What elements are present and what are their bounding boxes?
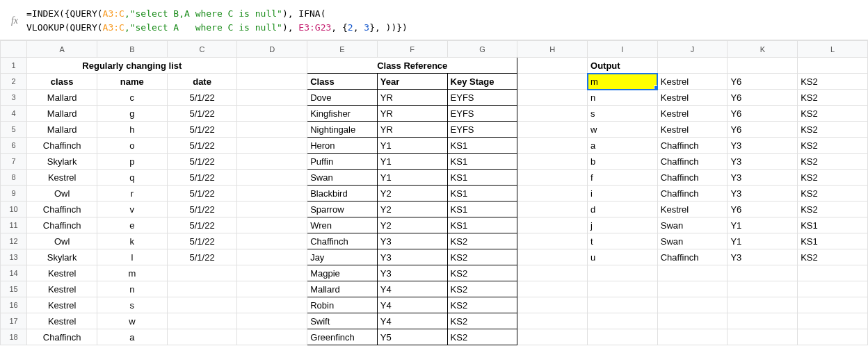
cell-L1[interactable] — [798, 58, 868, 74]
row-header[interactable]: 15 — [1, 281, 27, 297]
cell-L18[interactable] — [798, 329, 868, 345]
cell-H7[interactable] — [517, 154, 588, 170]
cell-L5[interactable]: KS2 — [798, 122, 868, 138]
cell-G16[interactable]: KS2 — [447, 297, 517, 313]
cell-A2[interactable]: class — [27, 74, 97, 90]
cell-D14[interactable] — [237, 265, 307, 281]
cell-C5[interactable]: 5/1/22 — [167, 122, 237, 138]
cell-C18[interactable] — [167, 329, 237, 345]
cell-K17[interactable] — [728, 313, 798, 329]
cell-K3[interactable]: Y6 — [728, 90, 798, 106]
cell-H8[interactable] — [517, 170, 588, 186]
cell-J6[interactable]: Chaffinch — [657, 138, 728, 154]
cell-I18[interactable] — [588, 329, 658, 345]
row-header[interactable]: 1 — [1, 58, 27, 74]
cell-G6[interactable]: KS1 — [447, 138, 517, 154]
cell-E1[interactable]: Class Reference — [307, 58, 517, 74]
row-header[interactable]: 18 — [1, 329, 27, 345]
cell-G2[interactable]: Key Stage — [447, 74, 517, 90]
cell-H16[interactable] — [517, 297, 588, 313]
col-header[interactable]: F — [377, 41, 447, 58]
cell-D18[interactable] — [237, 329, 307, 345]
cell-K1[interactable] — [728, 58, 798, 74]
cell-G9[interactable]: KS1 — [447, 186, 517, 201]
row-header[interactable]: 3 — [1, 90, 27, 106]
cell-L15[interactable] — [798, 281, 868, 297]
cell-B12[interactable]: k — [97, 233, 167, 249]
row-header[interactable]: 16 — [1, 297, 27, 313]
cell-D17[interactable] — [237, 313, 307, 329]
col-header[interactable]: H — [517, 41, 588, 58]
cell-A6[interactable]: Chaffinch — [27, 138, 97, 154]
cell-I10[interactable]: d — [588, 201, 658, 217]
cell-L16[interactable] — [798, 297, 868, 313]
cell-B5[interactable]: h — [97, 122, 167, 138]
cell-C15[interactable] — [167, 281, 237, 297]
cell-C12[interactable]: 5/1/22 — [167, 233, 237, 249]
cell-J2[interactable]: Kestrel — [657, 74, 728, 90]
cell-L3[interactable]: KS2 — [798, 90, 868, 106]
cell-G3[interactable]: EYFS — [447, 90, 517, 106]
cell-B7[interactable]: p — [97, 154, 167, 170]
cell-E17[interactable]: Swift — [307, 313, 378, 329]
cell-B2[interactable]: name — [97, 74, 167, 90]
cell-F18[interactable]: Y5 — [377, 329, 447, 345]
cell-A5[interactable]: Mallard — [27, 122, 97, 138]
cell-G18[interactable]: KS2 — [447, 329, 517, 345]
cell-F6[interactable]: Y1 — [377, 138, 447, 154]
cell-C11[interactable]: 5/1/22 — [167, 217, 237, 233]
cell-K12[interactable]: Y1 — [728, 233, 798, 249]
cell-D2[interactable] — [237, 74, 307, 90]
cell-K16[interactable] — [728, 297, 798, 313]
cell-G5[interactable]: EYFS — [447, 122, 517, 138]
cell-H18[interactable] — [517, 329, 588, 345]
cell-B9[interactable]: r — [97, 186, 167, 201]
cell-H4[interactable] — [517, 106, 588, 122]
cell-E8[interactable]: Swan — [307, 170, 378, 186]
cell-E12[interactable]: Chaffinch — [307, 233, 378, 249]
cell-J18[interactable] — [657, 329, 728, 345]
cell-G8[interactable]: KS1 — [447, 170, 517, 186]
row-header[interactable]: 10 — [1, 201, 27, 217]
row-header[interactable]: 11 — [1, 217, 27, 233]
cell-D6[interactable] — [237, 138, 307, 154]
cell-G10[interactable]: KS1 — [447, 201, 517, 217]
cell-K7[interactable]: Y3 — [728, 154, 798, 170]
cell-E7[interactable]: Puffin — [307, 154, 378, 170]
cell-L7[interactable]: KS2 — [798, 154, 868, 170]
cell-J10[interactable]: Kestrel — [657, 201, 728, 217]
cell-C3[interactable]: 5/1/22 — [167, 90, 237, 106]
cell-J13[interactable]: Chaffinch — [657, 249, 728, 265]
cell-F14[interactable]: Y3 — [377, 265, 447, 281]
cell-B11[interactable]: e — [97, 217, 167, 233]
cell-E6[interactable]: Heron — [307, 138, 378, 154]
cell-L6[interactable]: KS2 — [798, 138, 868, 154]
cell-B6[interactable]: o — [97, 138, 167, 154]
cell-A8[interactable]: Kestrel — [27, 170, 97, 186]
cell-D3[interactable] — [237, 90, 307, 106]
cell-G14[interactable]: KS2 — [447, 265, 517, 281]
cell-I13[interactable]: u — [588, 249, 658, 265]
cell-A7[interactable]: Skylark — [27, 154, 97, 170]
cell-K10[interactable]: Y6 — [728, 201, 798, 217]
row-header[interactable]: 12 — [1, 233, 27, 249]
cell-J5[interactable]: Kestrel — [657, 122, 728, 138]
cell-D1[interactable] — [237, 58, 307, 74]
cell-H11[interactable] — [517, 217, 588, 233]
cell-H14[interactable] — [517, 265, 588, 281]
cell-A12[interactable]: Owl — [27, 233, 97, 249]
cell-D4[interactable] — [237, 106, 307, 122]
cell-K2[interactable]: Y6 — [728, 74, 798, 90]
cell-I11[interactable]: j — [588, 217, 658, 233]
cell-A9[interactable]: Owl — [27, 186, 97, 201]
row-header[interactable]: 13 — [1, 249, 27, 265]
row-header[interactable]: 7 — [1, 154, 27, 170]
cell-G17[interactable]: KS2 — [447, 313, 517, 329]
cell-L14[interactable] — [798, 265, 868, 281]
select-all-corner[interactable] — [1, 41, 27, 58]
cell-B14[interactable]: m — [97, 265, 167, 281]
cell-G4[interactable]: EYFS — [447, 106, 517, 122]
cell-H13[interactable] — [517, 249, 588, 265]
cell-B15[interactable]: n — [97, 281, 167, 297]
cell-F13[interactable]: Y3 — [377, 249, 447, 265]
